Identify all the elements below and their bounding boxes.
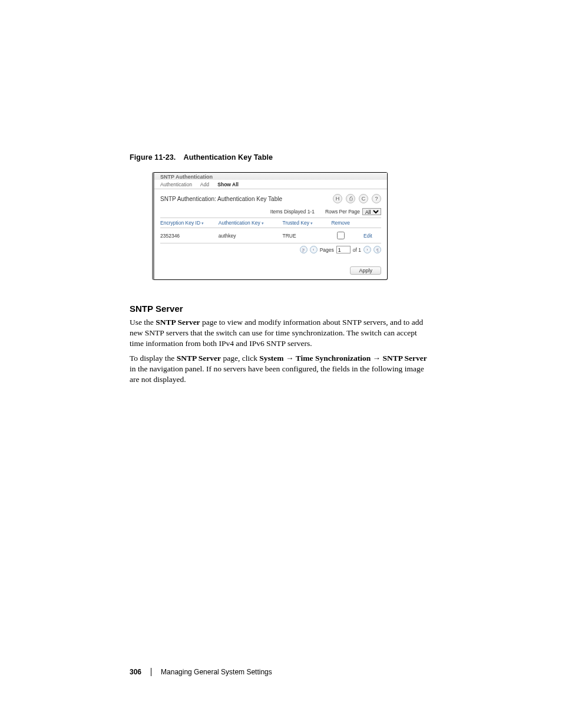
cell-trusted-key: TRUE xyxy=(283,233,318,239)
col-encryption-key-id[interactable]: Encryption Key ID xyxy=(160,220,207,226)
paragraph-2: To display the SNTP Server page, click S… xyxy=(130,353,432,386)
col-authentication-key[interactable]: Authentication Key xyxy=(219,220,272,226)
help-icon[interactable]: ? xyxy=(372,194,381,203)
toolbar-icons: H ⎙ C ? xyxy=(333,194,381,203)
tab-add[interactable]: Add xyxy=(200,182,209,187)
figure-title: Authentication Key Table xyxy=(184,153,273,162)
col-remove: Remove xyxy=(329,220,352,226)
page-input[interactable] xyxy=(336,246,351,253)
auth-key-table: Encryption Key ID Authentication Key Tru… xyxy=(160,218,381,243)
figure-caption: Figure 11-23. Authentication Key Table xyxy=(130,153,432,162)
page-number: 306 xyxy=(130,668,141,676)
save-icon[interactable]: H xyxy=(333,194,342,203)
window-title: SNTP Authentication xyxy=(154,173,387,180)
page-title: SNTP Authentication: Authentication Key … xyxy=(160,196,282,202)
apply-button[interactable]: Apply xyxy=(350,266,381,275)
tab-authentication[interactable]: Authentication xyxy=(160,182,192,187)
items-displayed: Items Displayed 1-1 xyxy=(270,209,315,215)
page-prev-icon[interactable]: ‹ xyxy=(310,246,318,253)
pager: |‹ ‹ Pages of 1 › ›| xyxy=(160,243,381,256)
tab-show-all[interactable]: Show All xyxy=(217,182,239,187)
page-footer: 306 Managing General System Settings xyxy=(130,668,272,676)
page-next-icon[interactable]: › xyxy=(363,246,371,253)
rows-per-page-select[interactable]: All xyxy=(362,208,381,215)
section-heading: SNTP Server xyxy=(130,304,432,314)
footer-divider xyxy=(151,668,151,676)
page-last-icon[interactable]: ›| xyxy=(373,246,381,253)
print-icon[interactable]: ⎙ xyxy=(346,194,355,203)
rows-per-page-label: Rows Per Page xyxy=(325,209,360,215)
edit-link[interactable]: Edit xyxy=(363,233,381,239)
figure-number: Figure 11-23. xyxy=(130,153,176,162)
cell-encryption-key-id: 2352346 xyxy=(160,233,207,239)
paragraph-1: Use the SNTP Server page to view and mod… xyxy=(130,317,432,350)
page-of: of 1 xyxy=(353,247,361,253)
screenshot-panel: SNTP Authentication Authentication Add S… xyxy=(152,172,388,280)
cell-authentication-key: authkey xyxy=(219,233,272,239)
cell-remove-checkbox[interactable] xyxy=(329,230,352,241)
pages-label: Pages xyxy=(320,247,334,253)
refresh-icon[interactable]: C xyxy=(359,194,368,203)
tab-row: Authentication Add Show All xyxy=(154,180,387,189)
col-trusted-key[interactable]: Trusted Key xyxy=(283,220,318,226)
chapter-title: Managing General System Settings xyxy=(161,668,272,676)
remove-checkbox[interactable] xyxy=(337,232,345,239)
page-first-icon[interactable]: |‹ xyxy=(300,246,308,253)
table-row: 2352346 authkey TRUE Edit xyxy=(160,228,381,243)
